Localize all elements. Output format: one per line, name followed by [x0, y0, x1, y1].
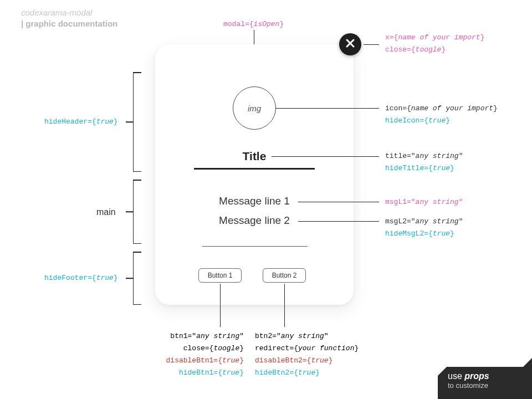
ann-hidetitle-prop: hideTitle={true}: [385, 164, 454, 172]
ann-hideicon-prop: hideIcon={true}: [385, 116, 450, 125]
ann-title-prop: title="any string": [385, 152, 463, 160]
ann-icon-prop: icon={name of your import}: [385, 104, 498, 112]
connector: [298, 202, 379, 202]
modal-card: [155, 44, 354, 305]
ann-hidefooter-prop: hideFooter={true}: [44, 274, 118, 282]
message-line-1: Message line 1: [155, 195, 354, 207]
close-icon: [345, 37, 355, 52]
ann-btn2-group: btn2="any string" redirect={your functio…: [255, 330, 377, 379]
connector: [254, 30, 254, 44]
bracket-footer: [133, 252, 134, 305]
connector: [272, 156, 379, 157]
bracket-main: [133, 180, 134, 244]
ann-hidemsgl2-prop: hideMsgL2={true}: [385, 229, 454, 238]
connector: [276, 108, 379, 109]
connector: [220, 284, 221, 327]
ann-x-prop: x={name of your import}: [385, 33, 484, 42]
connector: [298, 221, 379, 222]
ann-modal-prop: modal={isOpen}: [223, 20, 284, 28]
connector: [284, 284, 285, 327]
doc-subtitle: | graphic documentation: [21, 19, 117, 28]
icon-placeholder: img: [233, 86, 276, 130]
message-line-2: Message line 2: [155, 214, 354, 227]
ann-btn1-group: btn1="any string" close={toogle} disable…: [149, 330, 244, 379]
modal-button-1[interactable]: Button 1: [198, 268, 242, 283]
props-badge: use props to customize: [438, 367, 532, 399]
close-button[interactable]: [339, 33, 361, 55]
title-underline: [194, 168, 315, 170]
ann-msgl1-prop: msgL1="any string": [385, 198, 463, 206]
footer-divider: [202, 246, 308, 247]
bracket-header: [133, 72, 134, 172]
connector: [364, 44, 379, 45]
ann-hideheader-prop: hideHeader={true}: [44, 117, 118, 126]
ann-msgl2-prop: msgL2="any string": [385, 217, 463, 226]
label-main: main: [96, 207, 116, 217]
doc-name: codexarama-modal: [21, 8, 92, 17]
ann-close-prop: close={toogle}: [385, 45, 446, 54]
modal-button-2[interactable]: Button 2: [263, 268, 306, 283]
